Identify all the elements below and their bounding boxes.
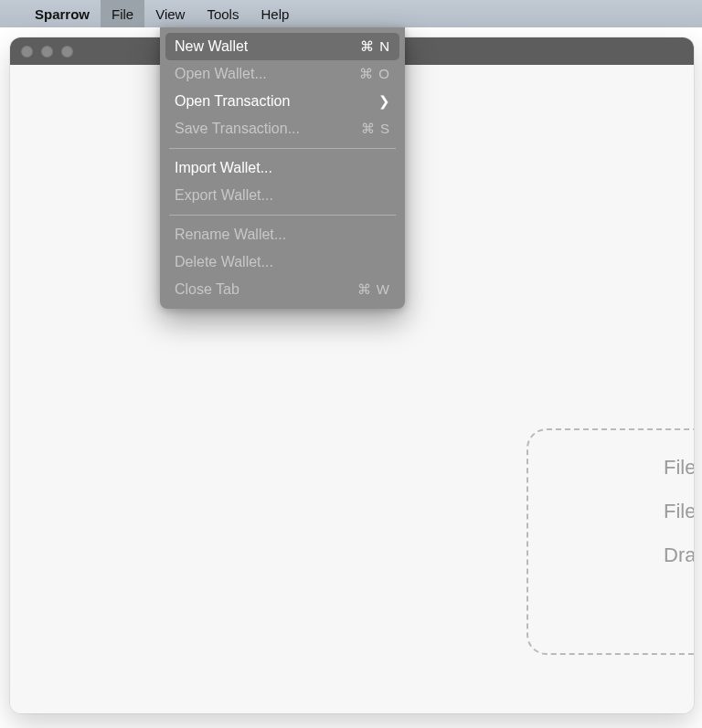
- menu-item-open-transaction[interactable]: Open Transaction ❯: [165, 88, 399, 115]
- menubar: Sparrow File View Tools Help: [0, 0, 702, 27]
- menu-item-close-tab: Close Tab ⌘ W: [165, 276, 399, 303]
- menu-item-label: Rename Wallet...: [175, 227, 286, 243]
- menu-item-open-wallet: Open Wallet... ⌘ O: [165, 60, 399, 88]
- chevron-right-icon: ❯: [378, 93, 390, 110]
- drop-hint-line1: File: [664, 456, 694, 480]
- menu-item-shortcut: ⌘ W: [357, 281, 390, 298]
- menu-item-import-wallet[interactable]: Import Wallet...: [165, 154, 399, 182]
- drop-hint-box: File File Drag: [526, 428, 694, 655]
- menu-item-delete-wallet: Delete Wallet...: [165, 248, 399, 276]
- menu-item-label: Close Tab: [175, 281, 239, 298]
- menubar-item-tools[interactable]: Tools: [196, 0, 250, 27]
- traffic-light-zoom-icon[interactable]: [61, 46, 73, 58]
- menu-item-shortcut: ⌘ S: [361, 121, 390, 137]
- menu-item-label: Open Transaction: [175, 93, 290, 110]
- menu-item-new-wallet[interactable]: New Wallet ⌘ N: [165, 33, 399, 60]
- menu-item-label: Import Wallet...: [175, 160, 272, 176]
- menubar-item-help[interactable]: Help: [250, 0, 300, 27]
- menu-item-shortcut: ⌘ N: [360, 38, 390, 55]
- menubar-item-view[interactable]: View: [144, 0, 196, 27]
- traffic-light-close-icon[interactable]: [21, 46, 33, 58]
- menu-separator: [169, 148, 396, 149]
- menu-item-label: Open Wallet...: [175, 66, 267, 82]
- menubar-app-name[interactable]: Sparrow: [24, 0, 101, 27]
- menu-item-label: Delete Wallet...: [175, 254, 273, 270]
- menu-item-label: Save Transaction...: [175, 121, 300, 137]
- menu-item-rename-wallet: Rename Wallet...: [165, 221, 399, 248]
- drop-hint-line3: Drag: [664, 543, 694, 567]
- traffic-light-minimize-icon[interactable]: [41, 46, 53, 58]
- menu-item-label: Export Wallet...: [175, 187, 273, 204]
- menu-separator: [169, 215, 396, 216]
- menu-item-label: New Wallet: [175, 38, 248, 55]
- menu-item-export-wallet: Export Wallet...: [165, 182, 399, 209]
- file-menu-dropdown: New Wallet ⌘ N Open Wallet... ⌘ O Open T…: [160, 27, 405, 309]
- drop-hint-line2: File: [664, 500, 694, 523]
- menubar-item-file[interactable]: File: [101, 0, 144, 27]
- menu-item-save-transaction: Save Transaction... ⌘ S: [165, 115, 399, 142]
- menu-item-shortcut: ⌘ O: [359, 66, 390, 82]
